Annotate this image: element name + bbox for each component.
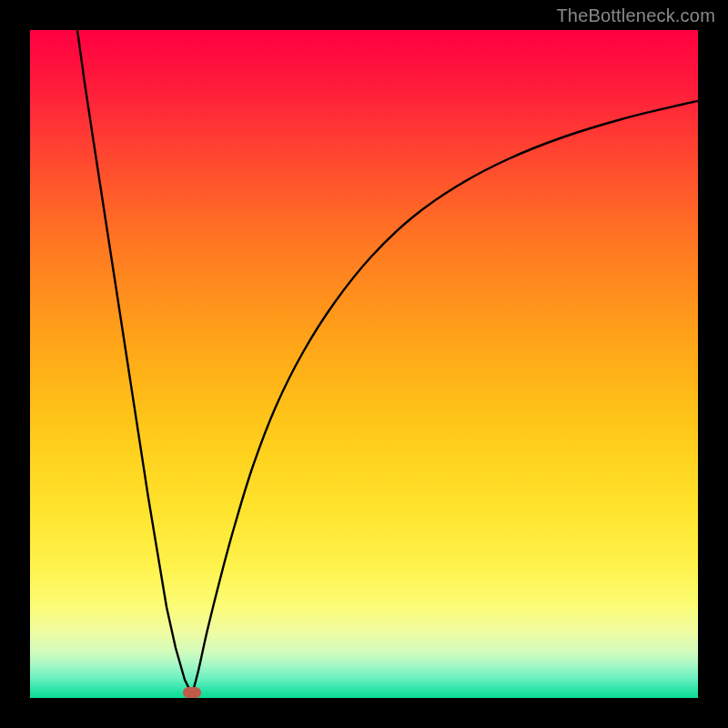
watermark-text: TheBottleneck.com: [556, 5, 715, 26]
optimum-marker: [183, 687, 201, 698]
chart-frame: TheBottleneck.com: [0, 0, 728, 728]
plot-area: [30, 30, 698, 698]
bottleneck-curve: [30, 30, 698, 698]
